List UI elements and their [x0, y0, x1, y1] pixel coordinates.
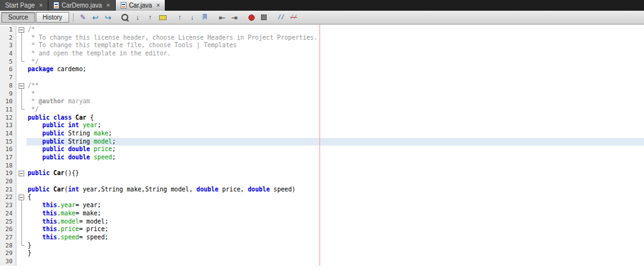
shift-right-button[interactable] — [228, 12, 241, 23]
code-line[interactable]: 18 — [0, 162, 644, 170]
tab-start-page[interactable]: Start Page × — [0, 0, 48, 11]
tab-car-java[interactable]: Car.java × — [116, 0, 166, 11]
find-next-button[interactable] — [131, 12, 144, 23]
code-line[interactable]: 29} — [0, 249, 644, 258]
code-line[interactable]: 6package cardemo; — [0, 65, 644, 74]
code-line[interactable]: 25 this.model= model; — [0, 218, 644, 226]
fold-margin[interactable] — [16, 42, 26, 50]
code-line[interactable]: 24 this.make= make; — [0, 210, 644, 218]
line-number[interactable]: 23 — [0, 202, 16, 210]
line-number[interactable]: 26 — [0, 225, 16, 234]
fold-margin[interactable] — [16, 210, 26, 218]
find-selection-button[interactable] — [119, 12, 131, 23]
code-line[interactable]: 4 * and open the template in the editor. — [0, 50, 644, 58]
fold-margin[interactable] — [16, 106, 26, 114]
code-line[interactable]: 23 this.year= year; — [0, 202, 644, 210]
fold-collapse-icon[interactable] — [19, 83, 25, 89]
fold-margin[interactable] — [16, 234, 26, 242]
line-number[interactable]: 8 — [0, 82, 16, 90]
start-macro-button[interactable] — [245, 12, 258, 23]
back-button[interactable] — [89, 12, 102, 23]
line-number[interactable]: 10 — [0, 98, 16, 106]
find-previous-button[interactable] — [144, 12, 157, 23]
code-line[interactable]: 17 public double speed; — [0, 154, 644, 162]
line-number[interactable]: 16 — [0, 145, 16, 154]
line-number[interactable]: 13 — [0, 122, 16, 130]
code-line[interactable]: 21public Car(int year,String make,String… — [0, 186, 644, 194]
code-line[interactable]: 8/** — [0, 82, 644, 90]
stop-macro-button[interactable] — [258, 12, 270, 23]
last-edit-button[interactable] — [77, 12, 89, 23]
line-number[interactable]: 14 — [0, 130, 16, 138]
line-number[interactable]: 11 — [0, 106, 16, 114]
line-number[interactable]: 29 — [0, 249, 16, 258]
uncomment-button[interactable] — [287, 12, 300, 23]
line-number[interactable]: 21 — [0, 186, 16, 194]
code-line[interactable]: 7 — [0, 74, 644, 82]
fold-margin[interactable] — [16, 218, 26, 226]
next-bookmark-button[interactable] — [186, 12, 199, 23]
code-line[interactable]: 22{ — [0, 193, 644, 202]
fold-margin[interactable] — [16, 98, 26, 106]
code-line[interactable]: 27 this.speed= speed; — [0, 234, 644, 242]
code-line[interactable]: 20 — [0, 178, 644, 186]
forward-button[interactable] — [102, 12, 114, 23]
line-number[interactable]: 12 — [0, 114, 16, 122]
fold-margin[interactable] — [16, 34, 26, 42]
line-number[interactable]: 20 — [0, 178, 16, 186]
code-line[interactable]: 13 public int year; — [0, 122, 644, 130]
toggle-highlight-button[interactable] — [157, 12, 169, 23]
line-number[interactable]: 30 — [0, 258, 16, 266]
toggle-bookmark-button[interactable] — [199, 12, 211, 23]
tab-cardemo-java[interactable]: CarDemo.java × — [48, 0, 116, 11]
code-line[interactable]: 14 public String make; — [0, 130, 644, 138]
code-line[interactable]: 2 * To change this license header, choos… — [0, 34, 644, 42]
line-number[interactable]: 22 — [0, 193, 16, 202]
line-number[interactable]: 27 — [0, 234, 16, 242]
line-number[interactable]: 5 — [0, 58, 16, 66]
shift-left-button[interactable] — [216, 12, 228, 23]
code-line[interactable]: 3 * To change this template file, choose… — [0, 42, 644, 50]
code-line[interactable]: 5 */ — [0, 58, 644, 66]
line-number[interactable]: 17 — [0, 154, 16, 162]
fold-margin[interactable] — [16, 50, 26, 58]
previous-bookmark-button[interactable] — [174, 12, 186, 23]
line-number[interactable]: 7 — [0, 74, 16, 82]
fold-margin[interactable] — [16, 242, 26, 250]
close-icon[interactable]: × — [157, 3, 160, 9]
line-number[interactable]: 2 — [0, 34, 16, 42]
code-line[interactable]: 16 public double price; — [0, 145, 644, 154]
line-number[interactable]: 4 — [0, 50, 16, 58]
code-editor[interactable]: 1/*2 * To change this license header, ch… — [0, 25, 644, 279]
line-number[interactable]: 25 — [0, 218, 16, 226]
close-icon[interactable]: × — [39, 3, 43, 9]
line-number[interactable]: 24 — [0, 210, 16, 218]
code-line[interactable]: 26 this.price= price; — [0, 225, 644, 234]
source-view-button[interactable]: Source — [1, 12, 35, 23]
fold-margin[interactable] — [16, 90, 26, 98]
code-line[interactable]: 12public class Car { — [0, 114, 644, 122]
line-number[interactable]: 3 — [0, 42, 16, 50]
line-number[interactable]: 6 — [0, 65, 16, 74]
fold-margin[interactable] — [16, 193, 26, 202]
fold-margin[interactable] — [16, 202, 26, 210]
code-line[interactable]: 19public Car(){} — [0, 169, 644, 178]
line-number[interactable]: 1 — [0, 26, 16, 34]
close-icon[interactable]: × — [106, 3, 110, 9]
line-number[interactable]: 15 — [0, 138, 16, 146]
line-number[interactable]: 18 — [0, 162, 16, 170]
code-line[interactable]: 10 * @author maryam — [0, 98, 644, 106]
fold-margin[interactable] — [16, 58, 26, 66]
line-number[interactable]: 28 — [0, 242, 16, 250]
code-line[interactable]: 15 public String model; — [0, 138, 644, 146]
code-line[interactable]: 1/* — [0, 26, 644, 34]
code-line[interactable]: 28} — [0, 242, 644, 250]
fold-margin[interactable] — [16, 82, 26, 90]
code-line[interactable]: 30 — [0, 258, 644, 266]
fold-collapse-icon[interactable] — [19, 195, 25, 200]
code-line[interactable]: 11 */ — [0, 106, 644, 114]
fold-collapse-icon[interactable] — [19, 27, 25, 33]
code-line[interactable]: 9 * — [0, 90, 644, 98]
fold-margin[interactable] — [16, 169, 26, 178]
history-view-button[interactable]: History — [36, 12, 69, 23]
